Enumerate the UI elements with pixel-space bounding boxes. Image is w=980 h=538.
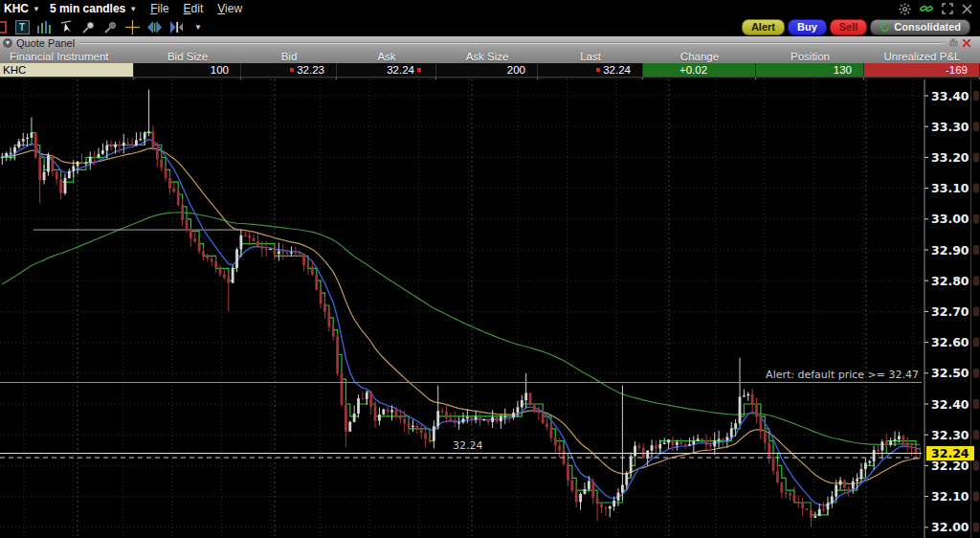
svg-text:32.80: 32.80 [931,274,969,288]
svg-text:32.90: 32.90 [931,243,969,258]
interval-selector[interactable]: 5 min candles ▼ [50,2,137,15]
menu-file[interactable]: File [150,2,168,15]
svg-text:33.10: 33.10 [931,181,969,195]
column-header-last[interactable]: Last [538,49,643,63]
quote-cell-ask-size[interactable]: 200 [436,63,538,77]
column-header-bid[interactable]: Bid [241,49,337,63]
column-header-change[interactable]: Change [643,49,756,63]
link-icon[interactable] [920,3,933,14]
symbol-selector[interactable]: KHC ▼ [4,2,40,15]
svg-text:32.70: 32.70 [931,304,969,319]
column-header-ask-size[interactable]: Ask Size [436,49,538,63]
compress-bars-icon[interactable] [168,20,184,34]
svg-text:32.50: 32.50 [931,366,969,380]
drawing-tools: T ▼ [0,20,206,34]
quote-cell-position[interactable]: 130 [756,63,864,77]
svg-text:32.00: 32.00 [931,520,969,534]
chart-edge-icon[interactable] [0,20,8,34]
column-header-unrealized-p-l[interactable]: Unrealized P&L [864,49,980,63]
drag-hand-icon[interactable] [948,37,959,49]
alert-button[interactable]: Alert [742,19,785,35]
buy-button[interactable]: Buy [788,19,827,35]
svg-text:32.40: 32.40 [931,397,969,412]
alert-line: Alert: default price >= 32.47 [0,369,922,382]
sell-button[interactable]: Sell [830,19,868,35]
window-controls [899,3,980,15]
text-annotation-icon[interactable]: T [14,20,30,34]
svg-text:33.40: 33.40 [931,89,969,103]
menu-view[interactable]: View [217,2,242,15]
svg-text:32.60: 32.60 [931,335,969,349]
column-header-bid-size[interactable]: Bid Size [134,49,241,63]
chevron-down-icon: ▼ [129,5,137,13]
menu-bar: File Edit View [150,2,242,15]
window-titlebar: KHC ▼ 5 min candles ▼ File Edit View [0,0,980,17]
dropdown-arrow-icon[interactable]: ▼ [190,20,206,34]
settings-gear-icon[interactable] [899,3,911,15]
fullscreen-icon[interactable] [942,3,953,14]
last-price-axis-tag: 32.24 [926,446,974,460]
svg-text:33.30: 33.30 [931,120,969,134]
svg-text:32.24: 32.24 [453,439,483,452]
chart-toolbar: T ▼ AlertBuySellConsolid [0,17,980,36]
quote-cell-bid-size[interactable]: 100 [134,63,241,77]
order-buttons: AlertBuySellConsolidated [742,19,980,35]
quote-table-row[interactable]: KHC10032.2332.2420032.24+0.02130-169 [0,63,980,77]
last-price-line: 32.24 [0,439,922,459]
quote-cell-bid[interactable]: 32.23 [241,63,337,77]
quote-cell-change[interactable]: +0.02 [643,63,756,77]
quote-cell-financial-instrument[interactable]: KHC [0,63,134,77]
close-icon[interactable] [962,4,972,14]
quote-panel-header: ▼ Quote Panel [0,36,980,49]
zoom-out-icon[interactable] [102,20,118,34]
tws-chart-window: KHC ▼ 5 min candles ▼ File Edit View [0,0,980,538]
remove-panel-icon[interactable] [963,37,970,49]
volume-bars-icon[interactable] [36,20,52,34]
quote-panel-title: Quote Panel [16,37,75,49]
svg-text:33.00: 33.00 [931,212,969,226]
symbol-label: KHC [4,2,29,15]
price-axis: 33.4033.3033.2033.1033.0032.9032.8032.70… [924,79,979,538]
column-header-ask[interactable]: Ask [337,49,436,63]
price-chart[interactable]: Alert: default price >= 32.4732.2433.403… [0,79,980,538]
tick-down-dot [290,68,294,72]
consolidated-button[interactable]: Consolidated [870,19,970,35]
tick-down-dot [596,68,600,72]
svg-text:32.10: 32.10 [931,489,969,504]
quote-table-header: Financial InstrumentBid SizeBidAskAsk Si… [0,49,980,63]
quote-cell-ask[interactable]: 32.24 [337,63,436,77]
svg-text:33.20: 33.20 [931,150,969,165]
refresh-icon [880,22,890,33]
quote-cell-unrealized-p-l[interactable]: -169 [864,63,980,77]
tick-down-dot [417,68,421,72]
interval-label: 5 min candles [50,2,125,15]
candlestick-chart-canvas[interactable]: Alert: default price >= 32.4732.2433.403… [0,79,980,538]
expand-bars-icon[interactable] [146,20,162,34]
svg-text:32.24: 32.24 [931,446,969,460]
zoom-in-icon[interactable] [80,20,96,34]
column-header-position[interactable]: Position [756,49,864,63]
svg-text:Alert: default price >= 32.47: Alert: default price >= 32.47 [766,369,919,381]
crosshair-icon[interactable] [124,20,140,34]
chevron-down-icon: ▼ [33,5,40,13]
collapse-toggle-icon[interactable]: ▼ [3,38,12,48]
cursor-icon[interactable] [58,20,74,34]
quote-cell-last[interactable]: 32.24 [538,63,643,77]
column-header-financial-instrument[interactable]: Financial Instrument [0,49,134,63]
divider [80,42,943,44]
gridlines [0,79,922,538]
svg-text:32.30: 32.30 [931,428,969,442]
menu-edit[interactable]: Edit [184,2,204,15]
